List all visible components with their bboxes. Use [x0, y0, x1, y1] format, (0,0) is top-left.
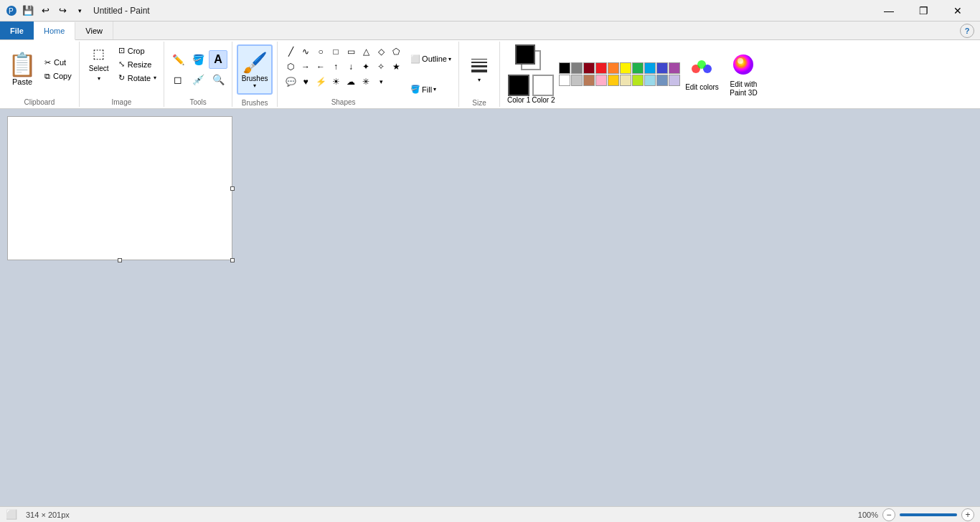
color-picker-tool[interactable]: 💉 [189, 70, 207, 89]
up-arrow-tool[interactable]: ↑ [329, 60, 343, 74]
edit-with-paint3d-button[interactable]: Edit with Paint 3D [723, 49, 763, 100]
sun-tool[interactable]: ☀ [329, 75, 343, 89]
color-swatch[interactable] [595, 62, 607, 74]
qat-dropdown-button[interactable]: ▾ [72, 3, 88, 19]
crop-button[interactable]: ⊡ Crop [116, 44, 159, 57]
size-content: ▾ [462, 42, 496, 98]
color-swatch[interactable] [644, 75, 656, 86]
window-controls: — ❐ ✕ [872, 0, 974, 22]
color-swatch[interactable] [571, 75, 583, 86]
image-content: ⬚ Select ▾ ⊡ Crop ⤡ Resize ↻ Rotate [83, 42, 161, 97]
tab-file[interactable]: File [0, 22, 34, 39]
star5-tool[interactable]: ★ [389, 60, 403, 74]
color1-preview-main[interactable] [515, 44, 535, 65]
cloud-tool[interactable]: ☁ [344, 75, 358, 89]
save-button[interactable]: 💾 [20, 3, 36, 19]
rect-tool[interactable]: □ [329, 44, 343, 59]
resize-handle-right[interactable] [230, 186, 235, 191]
tab-home[interactable]: Home [34, 22, 75, 40]
color-swatch[interactable] [620, 62, 631, 74]
paste-button[interactable]: 📋 Paste [4, 47, 40, 92]
tab-view[interactable]: View [75, 22, 113, 39]
down-arrow-tool[interactable]: ↓ [344, 60, 358, 74]
zoom-slider[interactable] [900, 513, 957, 516]
color2-swatch[interactable] [532, 75, 554, 96]
heart-tool[interactable]: ♥ [298, 75, 313, 89]
star4-tool[interactable]: ✧ [374, 60, 388, 74]
color-swatch[interactable] [571, 62, 583, 74]
help-button[interactable]: ? [960, 24, 974, 38]
lightning-tool[interactable]: ⚡ [314, 75, 328, 89]
minimize-button[interactable]: — [872, 0, 905, 22]
eraser-tool[interactable]: ◻ [169, 70, 187, 89]
cut-button[interactable]: ✂ Cut [42, 57, 75, 69]
edit-colors-button[interactable]: Edit colors [684, 49, 719, 100]
fill-icon: 🪣 [410, 85, 420, 94]
tools-group-label: Tools [189, 97, 206, 107]
more-shapes-btn[interactable]: ▾ [374, 75, 388, 89]
color-swatch[interactable] [644, 62, 656, 74]
color-swatch[interactable] [656, 62, 668, 74]
hexagon-tool[interactable]: ⬡ [283, 60, 298, 74]
close-button[interactable]: ✕ [941, 0, 974, 22]
color-swatch[interactable] [669, 75, 680, 86]
shapes-group-label: Shapes [281, 97, 406, 107]
color-row-1 [559, 62, 680, 74]
explosion-tool[interactable]: ✳ [359, 75, 373, 89]
round-rect-tool[interactable]: ▭ [344, 44, 358, 59]
image-group-label: Image [112, 97, 132, 107]
ribbon-group-tools: ✏️ 🪣 A ◻ 💉 🔍 Tools [164, 42, 232, 107]
rotate-dropdown-icon: ▾ [154, 75, 156, 81]
paste-icon: 📋 [8, 53, 37, 76]
text-tool[interactable]: A [209, 50, 227, 69]
left-arrow-tool[interactable]: ← [314, 60, 328, 74]
ribbon-tabs-wrapper: File Home View ? [0, 22, 980, 40]
color-swatch[interactable] [608, 75, 619, 86]
resize-button[interactable]: ⤡ Resize [116, 58, 159, 70]
magnifier-tool[interactable]: 🔍 [209, 70, 227, 89]
color1-swatch[interactable] [508, 75, 529, 96]
color-swatch[interactable] [620, 75, 631, 86]
select-label: Select [89, 65, 109, 72]
fill-button[interactable]: 🪣 Fill ▾ [407, 83, 454, 95]
fill-tool[interactable]: 🪣 [189, 50, 207, 69]
select-button[interactable]: ⬚ Select ▾ [84, 44, 114, 77]
paint-canvas[interactable] [7, 116, 232, 260]
maximize-button[interactable]: ❐ [907, 0, 940, 22]
rotate-button[interactable]: ↻ Rotate ▾ [116, 72, 159, 84]
oval-tool[interactable]: ○ [314, 44, 328, 59]
line-tool[interactable]: ╱ [283, 44, 298, 59]
svg-text:P: P [9, 7, 14, 15]
select-icon: ⬚ [93, 46, 105, 62]
zoom-in-button[interactable]: + [961, 508, 974, 521]
rotate-label: Rotate [128, 74, 151, 82]
curve-tool[interactable]: ∿ [298, 44, 313, 59]
canvas-container [7, 116, 232, 260]
color-swatch[interactable] [632, 62, 644, 74]
four-arrow-tool[interactable]: ✦ [359, 60, 373, 74]
color-swatch[interactable] [608, 62, 619, 74]
redo-button[interactable]: ↪ [55, 3, 70, 19]
pencil-tool[interactable]: ✏️ [169, 50, 187, 69]
resize-handle-bottom[interactable] [118, 258, 122, 262]
color-swatch[interactable] [559, 75, 570, 86]
color-swatch[interactable] [656, 75, 668, 86]
color-swatch[interactable] [595, 75, 607, 86]
outline-button[interactable]: ⬜ Outline ▾ [407, 53, 454, 65]
pentagon-tool[interactable]: ⬠ [389, 44, 403, 59]
triangle-tool[interactable]: △ [359, 44, 373, 59]
brushes-button[interactable]: 🖌️ Brushes ▾ [237, 44, 273, 95]
copy-button[interactable]: ⧉ Copy [42, 70, 75, 82]
resize-handle-bottomright[interactable] [230, 258, 235, 262]
right-arrow-tool[interactable]: → [298, 60, 313, 74]
color-swatch[interactable] [632, 75, 644, 86]
color-swatch[interactable] [559, 62, 570, 74]
color-swatch[interactable] [669, 62, 680, 74]
color-swatch[interactable] [583, 62, 595, 74]
diamond-tool[interactable]: ◇ [374, 44, 388, 59]
undo-button[interactable]: ↩ [37, 3, 53, 19]
color-swatch[interactable] [583, 75, 595, 86]
zoom-out-button[interactable]: − [882, 508, 895, 521]
size-button[interactable]: ▾ [463, 44, 495, 95]
callout-tool[interactable]: 💬 [283, 75, 298, 89]
